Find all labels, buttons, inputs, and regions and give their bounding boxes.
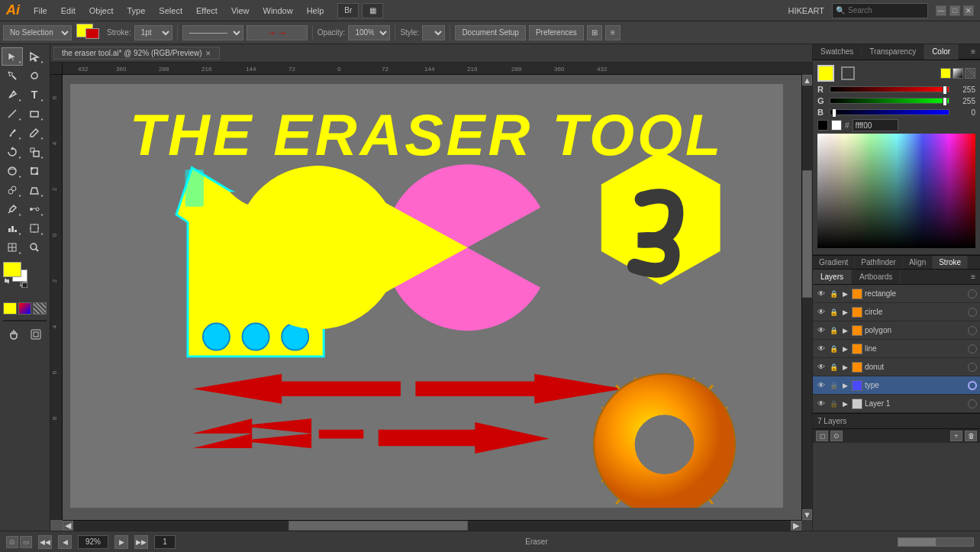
arrow-icon-circle[interactable]: ▶ xyxy=(840,308,849,317)
slice-tool[interactable]: ▸ xyxy=(2,238,23,257)
prev-btn[interactable]: ◀ xyxy=(58,535,72,549)
scroll-thumb-v[interactable] xyxy=(802,170,812,298)
next-page-btn[interactable]: ▶▶ xyxy=(134,535,148,549)
lock-icon-type[interactable]: 🔒 xyxy=(829,381,838,390)
artwork-canvas[interactable]: THE ERASER TOOL xyxy=(63,75,801,520)
eyedropper-tool[interactable]: ▸ xyxy=(2,200,23,218)
lock-icon-line[interactable]: 🔒 xyxy=(829,344,838,353)
gradient-mode[interactable] xyxy=(18,302,32,315)
hex-input[interactable] xyxy=(853,119,898,131)
swap-colors-icon[interactable] xyxy=(3,277,11,285)
pattern-mode[interactable] xyxy=(33,302,47,315)
page-input[interactable] xyxy=(154,535,176,549)
search-input[interactable] xyxy=(848,6,924,15)
arrange-icon[interactable]: ⊞ xyxy=(587,25,602,40)
layer-row-circle[interactable]: 👁 🔒 ▶ circle xyxy=(813,303,980,321)
eye-icon-rectangle[interactable]: 👁 xyxy=(816,289,827,299)
zoom-input[interactable] xyxy=(78,535,108,549)
g-slider[interactable] xyxy=(830,98,949,104)
type-tool[interactable]: T ▸ xyxy=(24,86,45,104)
transparency-tab[interactable]: Transparency xyxy=(862,44,924,60)
scroll-left-btn[interactable]: ◀ xyxy=(63,521,73,531)
blend-tool[interactable]: ▸ xyxy=(24,200,45,218)
zoom-view-tool[interactable] xyxy=(25,325,47,344)
target-circle-donut[interactable] xyxy=(968,363,977,372)
tab-close-btn[interactable]: ✕ xyxy=(205,50,211,57)
menu-window[interactable]: Window xyxy=(257,5,299,17)
scroll-down-btn[interactable]: ▼ xyxy=(802,509,812,520)
artboard-tool[interactable]: ▸ xyxy=(24,219,45,237)
new-layer-btn[interactable]: + xyxy=(950,431,962,441)
layer-row-rectangle[interactable]: 👁 🔒 ▶ rectangle xyxy=(813,285,980,303)
stroke-color[interactable] xyxy=(85,28,99,39)
eye-icon-type[interactable]: 👁 xyxy=(816,380,827,391)
warp-tool[interactable]: ▸ xyxy=(2,162,23,180)
foreground-color[interactable] xyxy=(3,262,21,277)
layer-row-polygon[interactable]: 👁 🔒 ▶ polygon xyxy=(813,321,980,340)
minimize-btn[interactable]: — xyxy=(936,5,946,16)
stroke-style-dropdown[interactable]: ————— xyxy=(182,25,243,40)
bridge-btn[interactable]: Br xyxy=(337,3,359,18)
eye-icon-polygon[interactable]: 👁 xyxy=(816,325,827,336)
pathfinder-tab[interactable]: Pathfinder xyxy=(855,256,903,269)
paintbrush-tool[interactable]: ▸ xyxy=(2,124,23,142)
free-transform-tool[interactable] xyxy=(24,162,45,180)
solid-color-mode[interactable] xyxy=(3,302,17,315)
arrow-style-preview[interactable]: →→ xyxy=(247,25,308,40)
scale-tool[interactable]: ▸ xyxy=(24,143,45,161)
arrow-icon-line[interactable]: ▶ xyxy=(840,344,849,353)
maximize-btn[interactable]: □ xyxy=(949,5,960,16)
perspective-tool[interactable]: ▸ xyxy=(24,181,45,199)
scrollbar-h[interactable]: ◀ ▶ xyxy=(63,520,801,531)
layer-row-line[interactable]: 👁 🔒 ▶ line xyxy=(813,340,980,358)
lasso-tool[interactable] xyxy=(24,66,45,85)
target-circle-line[interactable] xyxy=(968,344,977,353)
preferences-button[interactable]: Preferences xyxy=(529,25,584,40)
menu-view[interactable]: View xyxy=(225,5,256,17)
layers-tab[interactable]: Layers xyxy=(813,270,852,284)
rotate-tool[interactable]: ▸ xyxy=(2,143,23,161)
doc-setup-button[interactable]: Document Setup xyxy=(455,25,526,40)
vertical-scrollbar[interactable]: ▲ ▼ xyxy=(801,75,812,520)
target-circle-polygon[interactable] xyxy=(968,326,977,335)
scroll-thumb-h[interactable] xyxy=(289,521,468,531)
canvas-tab[interactable]: the eraser tool.ai* @ 92% (RGB/Preview) … xyxy=(53,47,220,60)
zoom-tool[interactable] xyxy=(24,238,45,257)
arrow-icon-type[interactable]: ▶ xyxy=(840,381,849,390)
menu-file[interactable]: File xyxy=(27,5,53,17)
line-tool[interactable]: ▸ xyxy=(2,105,23,123)
stroke-tab[interactable]: Stroke xyxy=(933,256,968,269)
lock-icon-rectangle[interactable]: 🔒 xyxy=(829,289,838,299)
lock-icon-donut[interactable]: 🔒 xyxy=(829,363,838,372)
scroll-right-btn[interactable]: ▶ xyxy=(791,521,801,531)
lock-icon-polygon[interactable]: 🔒 xyxy=(829,326,838,335)
panel-menu-btn[interactable]: ≡ xyxy=(966,44,980,60)
target-circle-rectangle[interactable] xyxy=(968,289,977,299)
selection-tool[interactable]: ▸ xyxy=(2,47,23,66)
scroll-up-btn[interactable]: ▲ xyxy=(802,75,812,86)
layer-row-donut[interactable]: 👁 🔒 ▶ donut xyxy=(813,358,980,376)
direct-selection-tool[interactable]: ▸ xyxy=(24,47,45,66)
delete-layer-btn[interactable]: 🗑 xyxy=(965,431,977,441)
lock-icon-layer1[interactable]: 🔒 xyxy=(829,399,838,408)
status-icon-2[interactable]: ▭ xyxy=(20,536,32,548)
target-circle-type[interactable] xyxy=(968,381,977,390)
layers-menu-btn[interactable]: ≡ xyxy=(966,270,980,284)
white-swatch[interactable] xyxy=(831,120,842,131)
style-dropdown[interactable]: ▭ xyxy=(422,25,445,40)
arrow-icon-donut[interactable]: ▶ xyxy=(840,363,849,372)
view-mode-btn[interactable]: ▦ xyxy=(362,3,383,18)
stroke-indicator[interactable] xyxy=(841,66,855,80)
close-btn[interactable]: ✕ xyxy=(963,5,974,16)
prev-page-btn[interactable]: ◀◀ xyxy=(38,535,52,549)
hand-tool[interactable] xyxy=(3,325,24,344)
arrow-icon-polygon[interactable]: ▶ xyxy=(840,326,849,335)
target-circle-layer1[interactable] xyxy=(968,399,977,408)
solid-fill-icon[interactable] xyxy=(940,68,951,79)
column-graph-tool[interactable]: ▸ xyxy=(2,219,23,237)
g-thumb[interactable] xyxy=(943,97,947,106)
panel-icon[interactable]: ≡ xyxy=(605,25,621,40)
r-slider[interactable] xyxy=(830,86,949,92)
make-mask-btn[interactable]: ◻ xyxy=(816,431,828,441)
selection-dropdown[interactable]: No Selection xyxy=(3,25,72,40)
